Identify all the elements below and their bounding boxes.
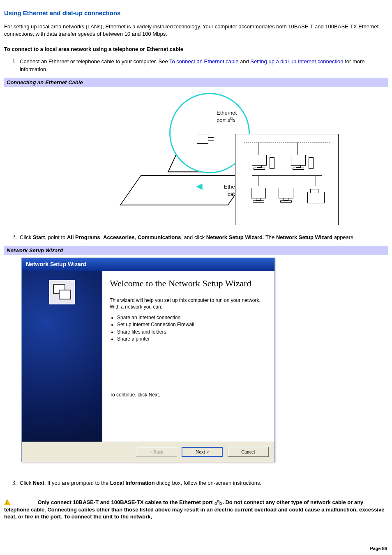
cable-plug-icon <box>197 134 208 144</box>
pc-icon <box>274 188 297 204</box>
back-button: < Back <box>136 447 177 457</box>
insert-arrow-icon: ◄ <box>194 179 205 193</box>
step-2: Click Start, point to All Programs, Acce… <box>18 234 388 242</box>
wizard-bullet: Share an Internet connection <box>117 314 267 321</box>
ethernet-port-icon <box>227 117 235 123</box>
printer-icon <box>307 192 325 203</box>
next-button[interactable]: Next > <box>182 447 223 457</box>
step-1: Connect an Ethernet or telephone cable t… <box>18 58 388 74</box>
pc-icon <box>287 155 309 171</box>
network-diagram <box>235 134 339 225</box>
page-title: Using Ethernet and dial-up connections <box>4 9 388 17</box>
subheading: To connect to a local area network using… <box>4 46 388 53</box>
pc-icon <box>247 188 270 204</box>
ethernet-port-label: Ethernet port <box>217 109 237 124</box>
intro-paragraph: For setting up local area networks (LANs… <box>4 23 388 37</box>
wizard-button-row: < Back Next > Cancel <box>22 442 274 462</box>
warning-icon <box>4 499 11 505</box>
wizard-description: This wizard will help you set up this co… <box>110 297 267 310</box>
pc-icon <box>248 155 270 171</box>
wizard-side-graphic <box>22 271 102 442</box>
figure-ethernet-cable: Ethernet port ◄ ◄— Ethernet cable <box>4 90 388 234</box>
wizard-bullet: Share a printer <box>117 336 267 342</box>
svg-rect-3 <box>215 503 217 504</box>
svg-rect-1 <box>231 117 232 119</box>
wizard-heading: Welcome to the Network Setup Wizard <box>110 277 267 290</box>
cancel-button[interactable]: Cancel <box>228 447 269 457</box>
svg-rect-4 <box>217 500 219 502</box>
figure-caption-ethernet: Connecting an Ethernet Cable <box>4 78 388 88</box>
svg-rect-2 <box>233 120 235 122</box>
link-connect-ethernet[interactable]: To connect an Ethernet cable <box>169 58 238 64</box>
wizard-bullets: Share an Internet connection Set up Inte… <box>110 314 267 342</box>
step-3: Click Next. If you are prompted to the L… <box>18 479 388 487</box>
link-dialup-setup[interactable]: Setting up a dial-up Internet connection <box>250 58 343 64</box>
svg-rect-0 <box>228 120 230 122</box>
wizard-window: Network Setup Wizard Welcome to the Netw… <box>21 258 275 462</box>
wizard-computers-icon <box>49 280 75 304</box>
figure-caption-wizard: Network Setup Wizard <box>4 246 388 256</box>
wizard-titlebar: Network Setup Wizard <box>22 258 274 271</box>
wizard-bullet: Set up Internet Connection Firewall <box>117 321 267 328</box>
svg-rect-5 <box>220 503 221 504</box>
wizard-continue-text: To continue, click Next. <box>110 391 267 398</box>
ethernet-port-icon <box>214 500 222 506</box>
wizard-bullet: Share files and folders <box>117 329 267 335</box>
warning-block: Only connect 10BASE-T and 100BASE-TX cab… <box>4 499 388 520</box>
